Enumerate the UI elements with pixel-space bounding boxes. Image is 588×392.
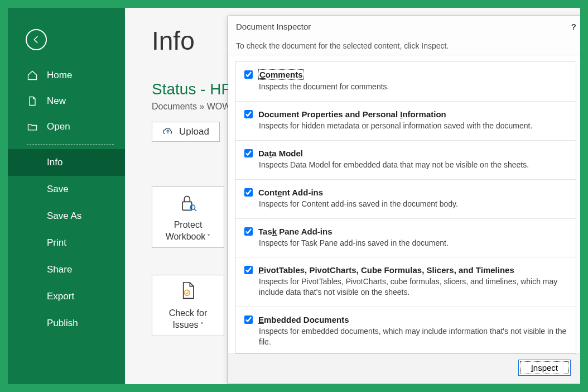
nav-label: Open (47, 121, 70, 132)
nav-publish[interactable]: Publish (8, 310, 125, 337)
inspect-label[interactable]: Content Add-ins (258, 188, 323, 197)
inspect-description: Inspects for Content add-ins saved in th… (259, 199, 567, 209)
nav-label: Share (47, 264, 72, 275)
nav-new[interactable]: New (8, 88, 125, 114)
nav-save[interactable]: Save (8, 176, 125, 203)
card-label: Check for Issues˅ (152, 308, 224, 331)
nav-label: Export (47, 291, 74, 302)
nav-divider (27, 144, 114, 145)
nav-label: New (47, 95, 66, 107)
inspect-checkbox[interactable] (244, 188, 253, 197)
inspect-checkbox[interactable] (244, 149, 253, 157)
nav-label: Home (47, 70, 72, 81)
document-inspector-dialog: Document Inspector ? To check the docume… (228, 16, 580, 384)
inspect-checkbox[interactable] (244, 110, 253, 118)
dialog-subtitle: To check the document for the selected c… (236, 41, 576, 50)
nav-save-as[interactable]: Save As (8, 203, 125, 230)
folder-open-icon (27, 121, 39, 132)
document-check-icon (177, 280, 199, 304)
inspect-description: Inspects Data Model for embedded data th… (259, 160, 567, 170)
nav-label: Print (47, 237, 66, 248)
inspect-item-data-model: Data Model Inspects Data Model for embed… (235, 141, 576, 180)
inspect-label[interactable]: Task Pane Add-ins (258, 227, 332, 236)
inspect-label[interactable]: Document Properties and Personal Informa… (258, 109, 446, 119)
upload-label: Upload (179, 126, 209, 137)
inspect-label[interactable]: Data Model (258, 149, 303, 158)
inspector-list: Comments Inspects the document for comme… (235, 61, 576, 353)
nav-label: Save As (47, 211, 81, 222)
nav-home[interactable]: Home (8, 63, 125, 88)
upload-button[interactable]: Upload (152, 122, 220, 142)
inspect-item-content-addins: Content Add-ins Inspects for Content add… (235, 180, 576, 219)
inspect-item-pivot: PivotTables, PivotCharts, Cube Formulas,… (235, 257, 576, 307)
inspect-item-embedded: Embedded Documents Inspects for embedded… (235, 307, 576, 353)
inspect-checkbox[interactable] (244, 227, 253, 236)
inspect-checkbox[interactable] (244, 315, 253, 324)
inspect-button[interactable]: Inspect (518, 360, 571, 376)
inspect-description: Inspects the document for comments. (259, 82, 567, 92)
inspect-checkbox[interactable] (244, 266, 253, 274)
nav-share[interactable]: Share (8, 256, 125, 283)
nav-info[interactable]: Info (8, 149, 125, 176)
home-icon (27, 70, 39, 81)
dialog-header: Document Inspector ? To check the docume… (228, 16, 580, 55)
nav-export[interactable]: Export (8, 283, 125, 310)
inspect-item-taskpane-addins: Task Pane Add-ins Inspects for Task Pane… (235, 219, 576, 258)
inspect-description: Inspects for hidden metadata or personal… (259, 121, 567, 131)
back-button[interactable] (26, 29, 47, 50)
inspect-item-properties: Document Properties and Personal Informa… (235, 102, 576, 141)
inspect-description: Inspects for Task Pane add-ins saved in … (259, 238, 567, 248)
inspect-checkbox[interactable] (244, 70, 253, 79)
card-label: Protect Workbook˅ (152, 219, 224, 243)
lock-key-icon (177, 192, 199, 216)
nav-print[interactable]: Print (8, 230, 125, 256)
nav-label: Info (47, 157, 62, 168)
dialog-help-button[interactable]: ? (571, 22, 576, 31)
arrow-left-icon (31, 35, 41, 45)
inspect-description: Inspects for PivotTables, PivotCharts, c… (259, 276, 567, 298)
protect-workbook-button[interactable]: Protect Workbook˅ (152, 187, 224, 248)
inspect-label[interactable]: Comments (258, 69, 304, 80)
nav-open[interactable]: Open (8, 114, 125, 140)
inspect-label[interactable]: Embedded Documents (258, 315, 349, 324)
inspect-description: Inspects for embedded documents, which m… (259, 326, 567, 347)
nav-label: Publish (47, 318, 78, 329)
document-icon (27, 95, 39, 107)
inspect-item-comments: Comments Inspects the document for comme… (235, 61, 576, 102)
dialog-title-text: Document Inspector (236, 22, 311, 31)
check-issues-button[interactable]: Check for Issues˅ (152, 275, 224, 336)
backstage-sidebar: Home New Open Info Save Save As Print (8, 8, 125, 384)
nav-label: Save (47, 184, 69, 195)
inspect-label[interactable]: PivotTables, PivotCharts, Cube Formulas,… (258, 265, 514, 275)
cloud-upload-icon (162, 126, 173, 137)
dialog-footer: Inspect (228, 353, 580, 384)
